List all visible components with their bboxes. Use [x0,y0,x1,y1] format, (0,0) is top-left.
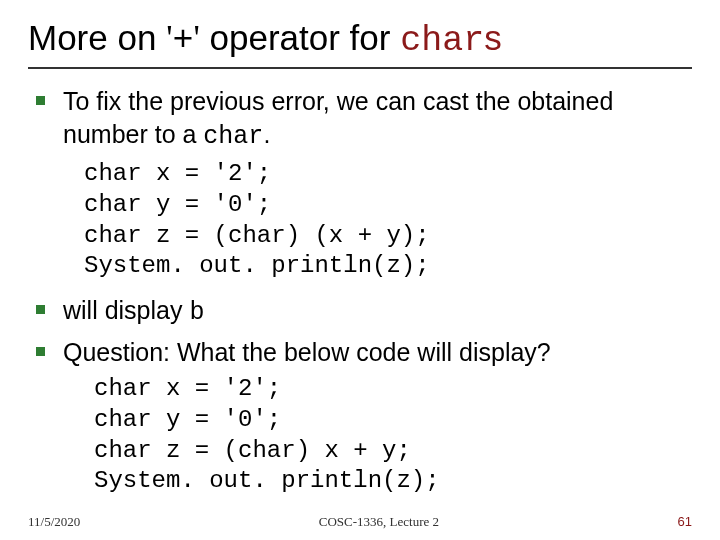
bullet-2-text: will display b [63,294,692,330]
bullet-1: To fix the previous error, we can cast t… [36,85,692,153]
b1-pre: To fix the previous error, we can cast t… [63,87,613,148]
slide-title: More on '+' operator for chars [28,18,692,61]
title-code: char [400,21,484,61]
b2-code: b [189,298,204,327]
b1-code: char [203,122,263,151]
title-op: + [172,21,193,61]
slide: More on '+' operator for chars To fix th… [0,0,720,540]
code-block-2: char x = '2'; char y = '0'; char z = (ch… [94,374,692,497]
slide-footer: 11/5/2020 COSC-1336, Lecture 2 61 [28,514,692,530]
code-block-1: char x = '2'; char y = '0'; char z = (ch… [84,159,692,282]
title-suf: s [484,18,502,57]
slide-content: To fix the previous error, we can cast t… [28,85,692,497]
bullet-icon [36,305,45,314]
b1-suf: . [263,120,270,148]
bullet-icon [36,96,45,105]
footer-date: 11/5/2020 [28,514,80,530]
footer-page: 61 [678,514,692,529]
b2-pre: will display [63,296,189,324]
title-underline: More on '+' operator for chars [28,18,692,69]
bullet-3-text: Question: What the below code will displ… [63,336,692,369]
footer-center: COSC-1336, Lecture 2 [319,514,439,530]
bullet-1-text: To fix the previous error, we can cast t… [63,85,692,153]
bullet-2: will display b [36,294,692,330]
bullet-icon [36,347,45,356]
bullet-3: Question: What the below code will displ… [36,336,692,369]
title-pre: More on [28,18,166,57]
title-mid: operator for [200,18,400,57]
